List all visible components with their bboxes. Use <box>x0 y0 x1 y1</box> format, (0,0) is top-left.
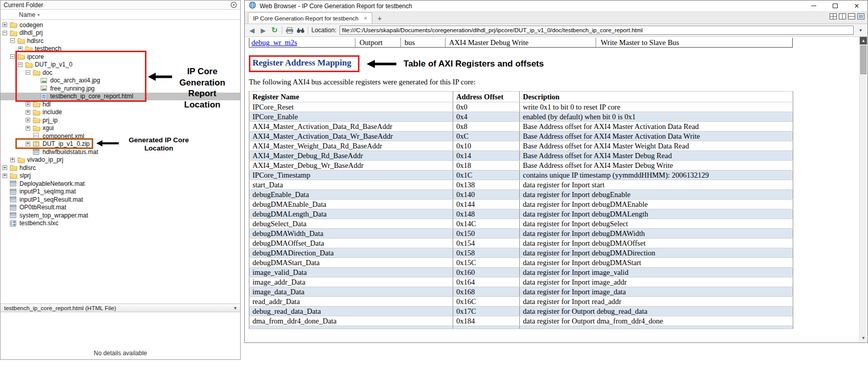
maximize-button[interactable] <box>824 1 846 12</box>
find-icon[interactable] <box>297 27 305 33</box>
tree-item-label: DUT_ip_v1_0 <box>34 61 72 68</box>
registers-tbody: IPCore_Reset0x0write 0x1 to bit 0 to res… <box>249 102 793 329</box>
name-column-header[interactable]: Name ▾ <box>1 10 240 20</box>
tree-item-dut-ip-v1-0-zip[interactable]: +DUT_ip_v1_0.zip <box>1 140 240 148</box>
new-tab-button[interactable]: + <box>374 13 385 24</box>
tree-item-hdlsrc[interactable]: −hdlsrc <box>1 37 240 45</box>
expander-toggle[interactable]: + <box>10 158 15 162</box>
expander-toggle[interactable]: + <box>26 118 30 122</box>
register-row: AXI4_Master_Debug_Rd_BaseAddr0x14Base Ad… <box>249 151 793 161</box>
register-name: AXI4_Master_Activation_Data_Wr_BaseAddr <box>249 132 453 141</box>
tree-item-component-xml[interactable]: <>component.xml <box>1 132 240 140</box>
tree-item-dlhdl-prj[interactable]: −dlhdl_prj <box>1 29 240 37</box>
print-button[interactable] <box>285 27 293 34</box>
browser-tab[interactable]: IP Core Generation Report for testbench … <box>248 12 372 24</box>
tree-item-label: slprj <box>19 172 31 179</box>
scroll-down-button[interactable]: ▼ <box>860 334 867 342</box>
port-direction: Outport <box>355 38 401 47</box>
close-button[interactable]: × <box>846 1 867 12</box>
mat-icon <box>10 196 17 203</box>
register-name: image_valid_Data <box>249 268 453 277</box>
address-offset: 0xC <box>453 132 520 141</box>
tree-item-label: hdlwfbuildstatus.mat <box>42 148 98 156</box>
expander-toggle[interactable]: + <box>26 102 30 106</box>
vertical-scrollbar[interactable]: ▲ ▼ <box>859 37 867 342</box>
tree-item-dut-ip-v1-0[interactable]: −DUT_ip_v1_0 <box>1 61 240 69</box>
tree-item-slprj[interactable]: +slprj <box>1 172 240 180</box>
tree-item-label: testbench.slxc <box>19 220 58 227</box>
expander-toggle[interactable]: + <box>3 23 7 27</box>
tree-item-deployablenetwork-mat[interactable]: DeployableNetwork.mat <box>1 180 240 188</box>
panel-menu-icon[interactable] <box>230 2 237 8</box>
tree-item-include[interactable]: +include <box>1 109 240 117</box>
tree-item-prj-ip[interactable]: +prj_ip <box>1 116 240 124</box>
register-row: debugDMAStart_Data0x15Cdata register for… <box>249 258 793 268</box>
register-row: debugSelect_Data0x14Cdata register for I… <box>249 219 793 229</box>
tree-item-doc[interactable]: −doc <box>1 69 240 77</box>
tree-item-hdlsrc[interactable]: +hdlsrc <box>1 164 240 172</box>
expander-toggle[interactable]: − <box>10 38 15 43</box>
tree-item-system-top-wrapper-mat[interactable]: system_top_wrapper.mat <box>1 211 240 220</box>
tree-item-op0tbresult-mat[interactable]: OP0tbResult.mat <box>1 204 240 212</box>
minimize-button[interactable] <box>803 1 824 12</box>
details-empty-text: No details available <box>1 350 240 357</box>
tab-close-icon[interactable]: × <box>364 16 367 21</box>
expander-toggle[interactable]: + <box>26 142 30 146</box>
expander-toggle[interactable]: − <box>26 70 30 75</box>
expander-toggle[interactable]: + <box>3 174 7 178</box>
expander-toggle[interactable]: − <box>3 31 7 35</box>
tree-item-testbench-slxc[interactable]: testbench.slxc <box>1 220 240 228</box>
tree-item-label: dlhdl_prj <box>19 29 43 36</box>
tree-item-testbench[interactable]: +testbench <box>1 45 240 53</box>
tree-item-doc-arch-axi4-jpg[interactable]: doc_arch_axi4.jpg <box>1 77 240 85</box>
tree-item-ipcore[interactable]: −ipcore <box>1 53 240 61</box>
tree-item-label: system_top_wrapper.mat <box>19 212 88 219</box>
url-history-button[interactable]: ▾ <box>857 28 864 33</box>
layout-maximize-icon[interactable] <box>857 12 864 21</box>
refresh-button[interactable]: ↻ <box>270 26 279 35</box>
expander-toggle[interactable]: − <box>10 54 15 59</box>
expander-toggle[interactable]: + <box>3 165 7 170</box>
expander-toggle[interactable]: + <box>26 126 30 131</box>
register-name: IPCore_Enable <box>249 112 453 122</box>
layout-grid-icon[interactable] <box>830 12 837 21</box>
layout-split-horizontal-icon[interactable] <box>848 12 855 21</box>
location-input[interactable] <box>340 26 854 35</box>
window-titlebar[interactable]: Web Browser - IP Core Generation Report … <box>245 1 867 12</box>
folder-icon <box>33 109 40 116</box>
report-content: debug_wr_m2s Outport bus AXI4 Master Deb… <box>245 37 859 342</box>
tree-item-label: DeployableNetwork.mat <box>19 180 84 187</box>
tree-item-label: inputP1_seqResult.mat <box>19 196 83 203</box>
layout-split-vertical-icon[interactable] <box>839 12 846 21</box>
tree-item-label: DUT_ip_v1_0.zip <box>42 140 90 147</box>
details-header[interactable]: testbench_ip_core_report.html (HTML File… <box>1 304 240 312</box>
tree-item-inputp1-seqresult-mat[interactable]: inputP1_seqResult.mat <box>1 196 240 204</box>
back-button[interactable]: ◀ <box>248 27 256 34</box>
expander-spacer <box>33 78 39 83</box>
tree-item-hdl[interactable]: +hdl <box>1 100 240 109</box>
tree-item-codegen[interactable]: +codegen <box>1 21 240 29</box>
tree-item-label: testbench_ip_core_report.html <box>50 93 133 100</box>
tree-item-label: ipcore <box>27 53 44 60</box>
register-name: debugSelect_Data <box>249 219 453 229</box>
expander-toggle[interactable]: + <box>18 47 23 51</box>
port-name-link[interactable]: debug_wr_m2s <box>251 38 297 47</box>
tree-item-testbench-ip-core-report-html[interactable]: testbench_ip_core_report.html <box>1 93 240 101</box>
scroll-thumb[interactable] <box>860 46 866 74</box>
expander-toggle[interactable]: − <box>18 62 23 67</box>
tree-item-hdlwfbuildstatus-mat[interactable]: hdlwfbuildstatus.mat <box>1 148 240 156</box>
tree-item-inputp1-seqimg-mat[interactable]: inputP1_seqImg.mat <box>1 188 240 196</box>
register-row: IPCore_Reset0x0write 0x1 to bit 0 to res… <box>249 102 793 112</box>
tree-item-vivado-ip-prj[interactable]: +vivado_ip_prj <box>1 156 240 164</box>
tree-item-xgui[interactable]: +xgui <box>1 124 240 133</box>
tree-item-free-running-jpg[interactable]: free_running.jpg <box>1 84 240 93</box>
folder-icon <box>17 53 25 60</box>
image-icon <box>40 85 48 92</box>
tree-item-label: inputP1_seqImg.mat <box>19 188 76 195</box>
tree-item-label: OP0tbResult.mat <box>19 204 66 211</box>
expander-toggle[interactable]: + <box>26 110 30 115</box>
scroll-up-button[interactable]: ▲ <box>860 37 867 45</box>
register-name: dma_from_ddr4_done_Data <box>249 316 453 326</box>
forward-button[interactable]: ▶ <box>259 27 267 34</box>
web-browser-window: Web Browser - IP Core Generation Report … <box>244 0 868 343</box>
